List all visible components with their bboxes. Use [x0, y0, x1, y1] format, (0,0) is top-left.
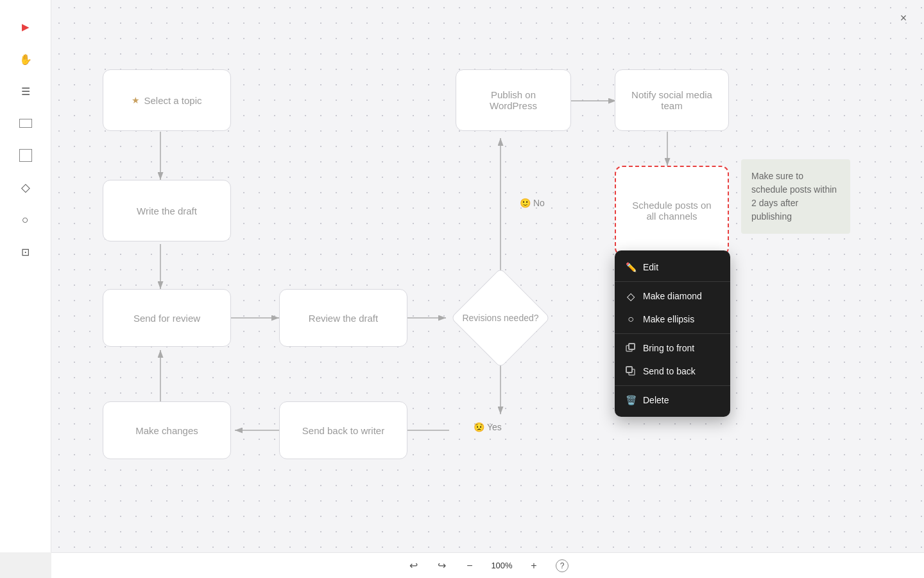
make-diamond-icon: ◇	[625, 290, 637, 302]
image-icon: ⊡	[21, 246, 30, 258]
redo-button[interactable]: ↪	[432, 557, 450, 575]
small-card-icon	[19, 119, 32, 128]
circle-icon: ○	[22, 213, 29, 227]
send-for-review-label: Send for review	[133, 313, 200, 324]
send-for-review-node[interactable]: Send for review	[103, 289, 231, 347]
schedule-posts-node[interactable]: Schedule posts on all channels	[615, 166, 729, 256]
layers-icon: ☰	[21, 85, 30, 98]
context-menu: ✏️ Edit ◇ Make diamond ○ Make ellipsis B…	[615, 250, 730, 417]
circle-tool[interactable]: ○	[12, 206, 40, 234]
bottom-bar: ↩ ↪ − 100% + ?	[51, 552, 924, 578]
small-card-tool[interactable]	[12, 109, 40, 137]
context-menu-divider-2	[615, 333, 730, 334]
context-menu-make-diamond-label: Make diamond	[643, 291, 702, 301]
context-menu-bring-to-front[interactable]: Bring to front	[615, 337, 730, 360]
publish-wordpress-label: Publish on WordPress	[466, 89, 560, 111]
context-menu-edit-label: Edit	[643, 262, 658, 272]
context-menu-send-to-back-label: Send to back	[643, 366, 696, 376]
canvas[interactable]: ★ Select a topic Write the draft Send fo…	[51, 0, 924, 552]
context-menu-make-ellipsis-label: Make ellipsis	[643, 314, 694, 324]
context-menu-send-to-back[interactable]: Send to back	[615, 360, 730, 383]
send-back-to-writer-node[interactable]: Send back to writer	[279, 401, 407, 459]
make-changes-node[interactable]: Make changes	[103, 401, 231, 459]
context-menu-bring-to-front-label: Bring to front	[643, 343, 694, 353]
redo-icon: ↪	[438, 559, 446, 572]
context-menu-edit[interactable]: ✏️ Edit	[615, 256, 730, 279]
select-topic-label: Select a topic	[144, 95, 201, 106]
revisions-needed-label: Revisions needed?	[462, 313, 538, 323]
review-draft-label: Review the draft	[309, 313, 378, 324]
help-icon: ?	[556, 559, 569, 572]
close-button[interactable]: ×	[894, 9, 912, 27]
edit-icon: ✏️	[625, 261, 637, 273]
diamond-icon: ◇	[21, 180, 30, 195]
schedule-posts-label: Schedule posts on all channels	[626, 200, 717, 222]
select-topic-node[interactable]: ★ Select a topic	[103, 69, 231, 131]
hand-icon: ✋	[19, 53, 32, 66]
hand-tool[interactable]: ✋	[12, 45, 40, 73]
write-draft-node[interactable]: Write the draft	[103, 180, 231, 241]
card-icon	[19, 149, 32, 162]
notify-social-media-label: Notify social media team	[626, 89, 718, 111]
delete-icon: 🗑️	[625, 394, 637, 406]
notify-social-media-node[interactable]: Notify social media team	[615, 69, 729, 131]
context-menu-divider-1	[615, 281, 730, 282]
publish-wordpress-node[interactable]: Publish on WordPress	[456, 69, 571, 131]
undo-button[interactable]: ↩	[404, 557, 422, 575]
zoom-in-button[interactable]: +	[525, 557, 543, 575]
context-menu-delete-label: Delete	[643, 395, 669, 405]
make-changes-label: Make changes	[135, 425, 198, 436]
layers-tool[interactable]: ☰	[12, 77, 40, 105]
help-button[interactable]: ?	[553, 557, 571, 575]
card-tool[interactable]	[12, 141, 40, 170]
make-ellipsis-icon: ○	[625, 313, 637, 325]
star-icon: ★	[132, 95, 140, 105]
image-tool[interactable]: ⊡	[12, 238, 40, 266]
context-menu-delete[interactable]: 🗑️ Delete	[615, 389, 730, 412]
no-label: 🙂No	[520, 198, 545, 208]
zoom-out-icon: −	[466, 560, 472, 572]
write-draft-label: Write the draft	[137, 206, 197, 216]
left-toolbar: ▶ ✋ ☰ ◇ ○ ⊡	[0, 0, 51, 552]
svg-rect-14	[629, 344, 635, 349]
context-menu-make-ellipsis[interactable]: ○ Make ellipsis	[615, 308, 730, 331]
zoom-out-button[interactable]: −	[461, 557, 479, 575]
zoom-in-icon: +	[531, 560, 536, 572]
context-menu-make-diamond[interactable]: ◇ Make diamond	[615, 285, 730, 308]
pointer-tool[interactable]: ▶	[12, 13, 40, 41]
sticky-note[interactable]: Make sure to schedule posts within 2 day…	[741, 159, 850, 234]
revisions-diamond-container[interactable]: Revisions needed?	[447, 283, 554, 353]
review-draft-node[interactable]: Review the draft	[279, 289, 407, 347]
diamond-tool[interactable]: ◇	[12, 173, 40, 202]
zoom-level: 100%	[489, 561, 515, 570]
bring-to-front-icon	[625, 342, 637, 354]
pointer-icon: ▶	[22, 21, 30, 33]
context-menu-divider-3	[615, 385, 730, 386]
sticky-note-text: Make sure to schedule posts within 2 day…	[751, 171, 837, 222]
undo-icon: ↩	[409, 559, 418, 572]
send-back-to-writer-label: Send back to writer	[302, 425, 384, 436]
yes-label: 😟Yes	[474, 422, 502, 432]
send-to-back-icon	[625, 365, 637, 377]
close-icon: ×	[900, 12, 907, 25]
svg-rect-17	[626, 367, 632, 372]
